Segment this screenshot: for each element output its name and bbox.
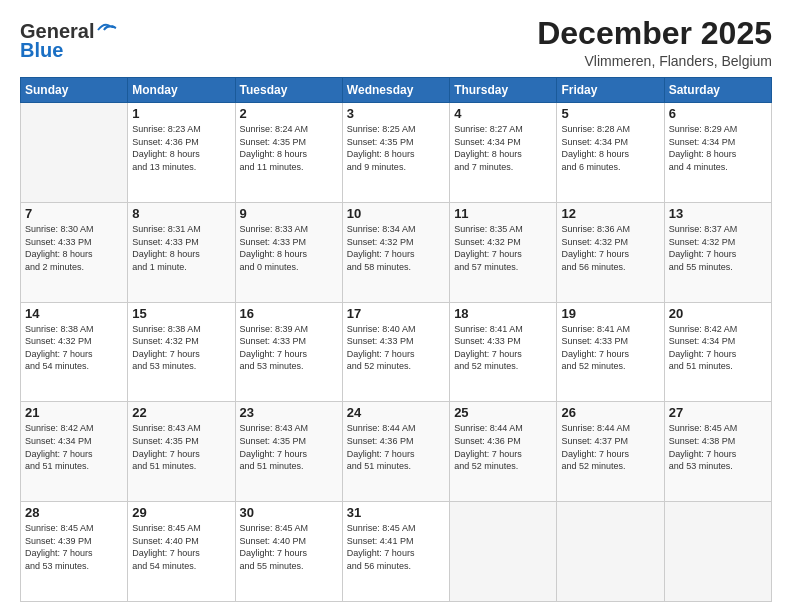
day-number: 10	[347, 206, 445, 221]
logo-blue: Blue	[20, 39, 63, 62]
day-info: Sunrise: 8:42 AMSunset: 4:34 PMDaylight:…	[669, 323, 767, 373]
day-number: 23	[240, 405, 338, 420]
day-info: Sunrise: 8:43 AMSunset: 4:35 PMDaylight:…	[240, 422, 338, 472]
day-info: Sunrise: 8:42 AMSunset: 4:34 PMDaylight:…	[25, 422, 123, 472]
day-number: 14	[25, 306, 123, 321]
calendar-cell: 15Sunrise: 8:38 AMSunset: 4:32 PMDayligh…	[128, 302, 235, 402]
day-info: Sunrise: 8:45 AMSunset: 4:39 PMDaylight:…	[25, 522, 123, 572]
day-info: Sunrise: 8:34 AMSunset: 4:32 PMDaylight:…	[347, 223, 445, 273]
day-number: 19	[561, 306, 659, 321]
calendar-cell: 22Sunrise: 8:43 AMSunset: 4:35 PMDayligh…	[128, 402, 235, 502]
calendar-cell: 20Sunrise: 8:42 AMSunset: 4:34 PMDayligh…	[664, 302, 771, 402]
month-title: December 2025	[537, 16, 772, 51]
weekday-header-thursday: Thursday	[450, 78, 557, 103]
weekday-header-friday: Friday	[557, 78, 664, 103]
day-info: Sunrise: 8:29 AMSunset: 4:34 PMDaylight:…	[669, 123, 767, 173]
day-number: 27	[669, 405, 767, 420]
calendar-cell: 27Sunrise: 8:45 AMSunset: 4:38 PMDayligh…	[664, 402, 771, 502]
day-info: Sunrise: 8:27 AMSunset: 4:34 PMDaylight:…	[454, 123, 552, 173]
day-number: 15	[132, 306, 230, 321]
day-info: Sunrise: 8:23 AMSunset: 4:36 PMDaylight:…	[132, 123, 230, 173]
calendar-cell: 13Sunrise: 8:37 AMSunset: 4:32 PMDayligh…	[664, 202, 771, 302]
calendar-cell: 25Sunrise: 8:44 AMSunset: 4:36 PMDayligh…	[450, 402, 557, 502]
day-number: 13	[669, 206, 767, 221]
day-number: 6	[669, 106, 767, 121]
day-number: 8	[132, 206, 230, 221]
day-info: Sunrise: 8:37 AMSunset: 4:32 PMDaylight:…	[669, 223, 767, 273]
day-info: Sunrise: 8:38 AMSunset: 4:32 PMDaylight:…	[25, 323, 123, 373]
day-number: 7	[25, 206, 123, 221]
calendar-cell: 24Sunrise: 8:44 AMSunset: 4:36 PMDayligh…	[342, 402, 449, 502]
calendar-cell: 23Sunrise: 8:43 AMSunset: 4:35 PMDayligh…	[235, 402, 342, 502]
day-number: 3	[347, 106, 445, 121]
title-section: December 2025 Vlimmeren, Flanders, Belgi…	[537, 16, 772, 69]
day-number: 4	[454, 106, 552, 121]
logo: General Blue	[20, 20, 118, 62]
day-info: Sunrise: 8:41 AMSunset: 4:33 PMDaylight:…	[561, 323, 659, 373]
day-number: 9	[240, 206, 338, 221]
location: Vlimmeren, Flanders, Belgium	[537, 53, 772, 69]
week-row-1: 7Sunrise: 8:30 AMSunset: 4:33 PMDaylight…	[21, 202, 772, 302]
day-info: Sunrise: 8:45 AMSunset: 4:40 PMDaylight:…	[132, 522, 230, 572]
day-number: 29	[132, 505, 230, 520]
day-number: 2	[240, 106, 338, 121]
logo-bird-icon	[96, 22, 118, 38]
calendar-table: SundayMondayTuesdayWednesdayThursdayFrid…	[20, 77, 772, 602]
calendar-cell	[450, 502, 557, 602]
calendar-cell: 9Sunrise: 8:33 AMSunset: 4:33 PMDaylight…	[235, 202, 342, 302]
calendar-cell: 8Sunrise: 8:31 AMSunset: 4:33 PMDaylight…	[128, 202, 235, 302]
calendar-cell: 10Sunrise: 8:34 AMSunset: 4:32 PMDayligh…	[342, 202, 449, 302]
day-number: 16	[240, 306, 338, 321]
day-info: Sunrise: 8:44 AMSunset: 4:36 PMDaylight:…	[347, 422, 445, 472]
day-number: 5	[561, 106, 659, 121]
day-number: 24	[347, 405, 445, 420]
day-number: 28	[25, 505, 123, 520]
calendar-cell: 1Sunrise: 8:23 AMSunset: 4:36 PMDaylight…	[128, 103, 235, 203]
calendar-cell: 14Sunrise: 8:38 AMSunset: 4:32 PMDayligh…	[21, 302, 128, 402]
day-info: Sunrise: 8:43 AMSunset: 4:35 PMDaylight:…	[132, 422, 230, 472]
calendar-cell: 31Sunrise: 8:45 AMSunset: 4:41 PMDayligh…	[342, 502, 449, 602]
calendar-cell: 29Sunrise: 8:45 AMSunset: 4:40 PMDayligh…	[128, 502, 235, 602]
week-row-0: 1Sunrise: 8:23 AMSunset: 4:36 PMDaylight…	[21, 103, 772, 203]
day-info: Sunrise: 8:44 AMSunset: 4:37 PMDaylight:…	[561, 422, 659, 472]
calendar-cell	[664, 502, 771, 602]
day-info: Sunrise: 8:31 AMSunset: 4:33 PMDaylight:…	[132, 223, 230, 273]
day-number: 1	[132, 106, 230, 121]
calendar-cell: 16Sunrise: 8:39 AMSunset: 4:33 PMDayligh…	[235, 302, 342, 402]
day-info: Sunrise: 8:40 AMSunset: 4:33 PMDaylight:…	[347, 323, 445, 373]
calendar-cell: 11Sunrise: 8:35 AMSunset: 4:32 PMDayligh…	[450, 202, 557, 302]
day-number: 17	[347, 306, 445, 321]
calendar-cell: 6Sunrise: 8:29 AMSunset: 4:34 PMDaylight…	[664, 103, 771, 203]
day-info: Sunrise: 8:45 AMSunset: 4:41 PMDaylight:…	[347, 522, 445, 572]
calendar-cell: 26Sunrise: 8:44 AMSunset: 4:37 PMDayligh…	[557, 402, 664, 502]
day-number: 25	[454, 405, 552, 420]
day-info: Sunrise: 8:36 AMSunset: 4:32 PMDaylight:…	[561, 223, 659, 273]
calendar-cell: 30Sunrise: 8:45 AMSunset: 4:40 PMDayligh…	[235, 502, 342, 602]
calendar-cell	[21, 103, 128, 203]
day-number: 26	[561, 405, 659, 420]
calendar-cell	[557, 502, 664, 602]
day-info: Sunrise: 8:33 AMSunset: 4:33 PMDaylight:…	[240, 223, 338, 273]
weekday-header-tuesday: Tuesday	[235, 78, 342, 103]
calendar-cell: 17Sunrise: 8:40 AMSunset: 4:33 PMDayligh…	[342, 302, 449, 402]
day-info: Sunrise: 8:38 AMSunset: 4:32 PMDaylight:…	[132, 323, 230, 373]
day-info: Sunrise: 8:41 AMSunset: 4:33 PMDaylight:…	[454, 323, 552, 373]
calendar-cell: 5Sunrise: 8:28 AMSunset: 4:34 PMDaylight…	[557, 103, 664, 203]
day-number: 11	[454, 206, 552, 221]
weekday-header-monday: Monday	[128, 78, 235, 103]
calendar-cell: 28Sunrise: 8:45 AMSunset: 4:39 PMDayligh…	[21, 502, 128, 602]
day-number: 22	[132, 405, 230, 420]
week-row-2: 14Sunrise: 8:38 AMSunset: 4:32 PMDayligh…	[21, 302, 772, 402]
week-row-3: 21Sunrise: 8:42 AMSunset: 4:34 PMDayligh…	[21, 402, 772, 502]
day-info: Sunrise: 8:45 AMSunset: 4:40 PMDaylight:…	[240, 522, 338, 572]
calendar-cell: 3Sunrise: 8:25 AMSunset: 4:35 PMDaylight…	[342, 103, 449, 203]
day-info: Sunrise: 8:30 AMSunset: 4:33 PMDaylight:…	[25, 223, 123, 273]
day-info: Sunrise: 8:24 AMSunset: 4:35 PMDaylight:…	[240, 123, 338, 173]
calendar-cell: 12Sunrise: 8:36 AMSunset: 4:32 PMDayligh…	[557, 202, 664, 302]
day-number: 21	[25, 405, 123, 420]
day-info: Sunrise: 8:35 AMSunset: 4:32 PMDaylight:…	[454, 223, 552, 273]
calendar-cell: 7Sunrise: 8:30 AMSunset: 4:33 PMDaylight…	[21, 202, 128, 302]
weekday-header-saturday: Saturday	[664, 78, 771, 103]
week-row-4: 28Sunrise: 8:45 AMSunset: 4:39 PMDayligh…	[21, 502, 772, 602]
weekday-header-wednesday: Wednesday	[342, 78, 449, 103]
